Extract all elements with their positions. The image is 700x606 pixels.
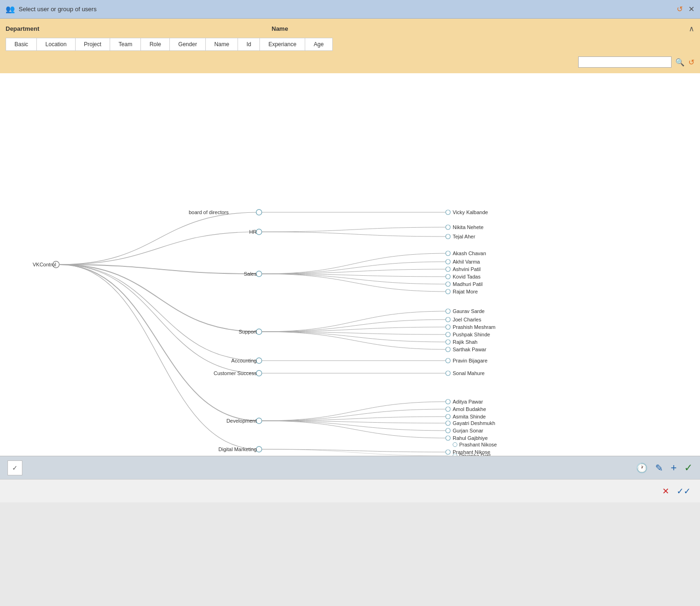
- svg-text:Amol Budakhe: Amol Budakhe: [453, 406, 486, 412]
- tab-project[interactable]: Project: [76, 38, 110, 50]
- svg-point-41: [256, 358, 262, 363]
- search-input[interactable]: [578, 56, 672, 68]
- svg-point-13: [256, 271, 262, 277]
- svg-text:Gaurav Sarde: Gaurav Sarde: [453, 308, 484, 314]
- select-check-button[interactable]: ✓: [7, 460, 22, 475]
- svg-point-23: [446, 282, 450, 286]
- svg-text:Gayatri Deshmukh: Gayatri Deshmukh: [453, 420, 495, 426]
- svg-text:Prashish Meshram: Prashish Meshram: [453, 324, 496, 330]
- svg-point-2: [256, 209, 262, 215]
- svg-text:Vicky Kalbande: Vicky Kalbande: [453, 209, 488, 215]
- svg-point-67: [446, 450, 450, 454]
- svg-point-21: [446, 274, 450, 279]
- svg-point-37: [446, 340, 450, 344]
- svg-point-19: [446, 267, 450, 272]
- bottom-right-icons: 🕐 ✎ + ✓: [636, 462, 693, 474]
- svg-text:VKControl: VKControl: [33, 262, 56, 267]
- name-label: Name: [272, 25, 689, 32]
- search-button[interactable]: 🔍: [675, 58, 685, 67]
- svg-point-49: [446, 371, 450, 376]
- filter-header-row: Department Name ∧: [6, 22, 694, 35]
- filter-refresh-button[interactable]: ↺: [688, 58, 694, 67]
- add-button[interactable]: +: [671, 462, 677, 474]
- svg-point-39: [446, 347, 450, 352]
- tab-experiance[interactable]: Experiance: [260, 38, 305, 50]
- svg-text:Pushpak Shinde: Pushpak Shinde: [453, 332, 490, 337]
- collapse-icon[interactable]: ∧: [689, 24, 694, 33]
- dm-member-1: Prashant Nikose Priyanka Patil Shrutesh …: [453, 442, 501, 456]
- filter-tabs-row: Basic Location Project Team Role Gender …: [6, 36, 694, 53]
- chart-area: VKControl board of directors Vicky Kalba…: [0, 73, 700, 456]
- tab-location[interactable]: Location: [37, 38, 75, 50]
- svg-point-61: [446, 428, 450, 433]
- svg-point-46: [256, 370, 262, 376]
- filter-tabs: Basic Location Project Team Role Gender …: [6, 38, 333, 51]
- tab-role[interactable]: Role: [141, 38, 170, 50]
- tab-id[interactable]: Id: [238, 38, 260, 50]
- svg-point-7: [256, 229, 262, 235]
- svg-text:Accounting: Accounting: [231, 358, 257, 363]
- svg-text:Aditya Pawar: Aditya Pawar: [453, 399, 483, 404]
- svg-text:Sarthak Pawar: Sarthak Pawar: [453, 347, 486, 352]
- svg-point-5: [446, 210, 450, 215]
- confirm-button[interactable]: ✓: [684, 462, 693, 474]
- svg-point-15: [446, 251, 450, 256]
- svg-text:Akhil Varma: Akhil Varma: [453, 259, 480, 265]
- svg-text:Support: Support: [238, 329, 257, 334]
- svg-text:Asmita Shinde: Asmita Shinde: [453, 414, 486, 419]
- svg-text:Rajat More: Rajat More: [453, 289, 478, 294]
- svg-text:Rahul Gajbhiye: Rahul Gajbhiye: [453, 435, 488, 441]
- svg-point-53: [446, 399, 450, 404]
- svg-point-57: [446, 414, 450, 419]
- svg-text:Madhuri Patil: Madhuri Patil: [453, 281, 483, 287]
- tab-name[interactable]: Name: [206, 38, 238, 50]
- svg-text:Digital Marketing: Digital Marketing: [218, 446, 257, 452]
- title-bar: 👥 Select user or group of users ↺ ✕: [0, 0, 700, 19]
- svg-point-63: [446, 436, 450, 440]
- svg-text:Akash Chavan: Akash Chavan: [453, 251, 486, 256]
- svg-point-33: [446, 325, 450, 329]
- svg-text:HR: HR: [249, 229, 257, 235]
- dialog-title: Select user or group of users: [19, 6, 97, 13]
- svg-point-65: [256, 446, 262, 452]
- tab-team[interactable]: Team: [110, 38, 141, 50]
- tab-basic[interactable]: Basic: [6, 38, 37, 50]
- cancel-button[interactable]: ✕: [662, 486, 669, 496]
- bottom-strip: ✕ ✓✓: [0, 479, 700, 502]
- svg-point-35: [446, 332, 450, 337]
- title-refresh-button[interactable]: ↺: [677, 5, 683, 14]
- department-label: Department: [6, 25, 272, 32]
- svg-point-55: [446, 407, 450, 411]
- svg-text:Tejal Aher: Tejal Aher: [453, 234, 476, 239]
- edit-button[interactable]: ✎: [655, 462, 663, 474]
- svg-point-31: [446, 317, 450, 322]
- svg-text:Development: Development: [226, 418, 257, 424]
- svg-text:Gurjan Sonar: Gurjan Sonar: [453, 428, 483, 433]
- svg-point-59: [446, 421, 450, 425]
- svg-text:Sales: Sales: [244, 271, 257, 277]
- svg-point-9: [446, 225, 450, 230]
- confirm-all-button[interactable]: ✓✓: [677, 486, 691, 496]
- check-icon: ✓: [12, 464, 18, 472]
- title-bar-left: 👥 Select user or group of users: [6, 5, 97, 14]
- svg-text:Sonal Mahure: Sonal Mahure: [453, 370, 485, 376]
- svg-point-27: [256, 329, 262, 334]
- svg-text:Pravin Bijagare: Pravin Bijagare: [453, 358, 488, 363]
- title-close-button[interactable]: ✕: [688, 5, 694, 14]
- svg-point-51: [256, 418, 262, 424]
- filter-area: Department Name ∧ Basic Location Project…: [0, 19, 700, 73]
- tab-gender[interactable]: Gender: [170, 38, 206, 50]
- tab-age[interactable]: Age: [305, 38, 332, 50]
- svg-point-44: [446, 358, 450, 363]
- svg-point-11: [446, 234, 450, 239]
- svg-text:board of directors: board of directors: [189, 209, 229, 215]
- history-button[interactable]: 🕐: [636, 462, 648, 474]
- svg-point-25: [446, 289, 450, 294]
- svg-point-17: [446, 259, 450, 264]
- svg-text:Ashvini Patil: Ashvini Patil: [453, 266, 481, 272]
- svg-text:Kovid Tadas: Kovid Tadas: [453, 274, 481, 279]
- svg-text:Joel Charles: Joel Charles: [453, 317, 482, 322]
- org-tree-svg: VKControl board of directors Vicky Kalba…: [0, 73, 700, 456]
- svg-text:Nikita Nehete: Nikita Nehete: [453, 224, 483, 230]
- bottom-toolbar: ✓ 🕐 ✎ + ✓: [0, 456, 700, 479]
